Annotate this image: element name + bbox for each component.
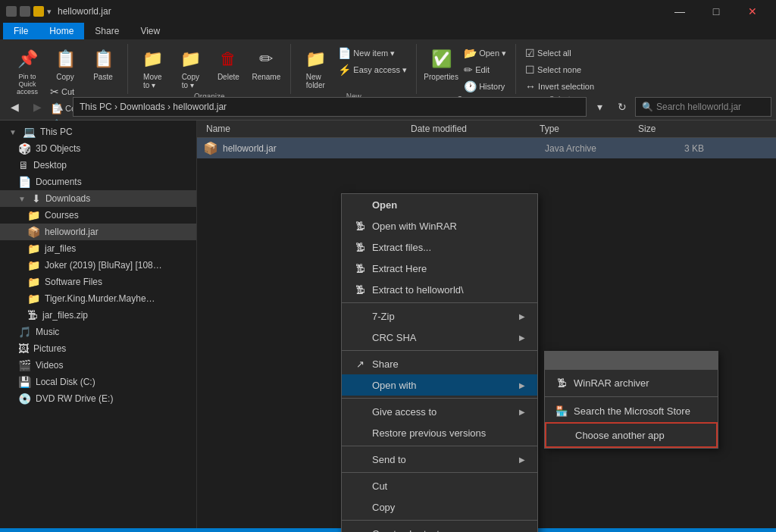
col-header-date[interactable]: Date modified xyxy=(408,124,537,134)
edit-icon: ✏ xyxy=(464,64,473,76)
select-none-button[interactable]: ☐ Select none xyxy=(522,62,584,77)
search-box[interactable]: 🔍 Search helloworld.jar xyxy=(635,97,771,117)
new-item-button[interactable]: 📄 New item ▾ xyxy=(335,45,410,61)
context-menu-share[interactable]: ↗ Share xyxy=(342,353,537,374)
invert-icon: ↔ xyxy=(525,80,536,92)
open-winrar-label: Open with WinRAR xyxy=(372,221,457,232)
col-header-size[interactable]: Size xyxy=(635,124,696,134)
context-menu-copy[interactable]: Copy xyxy=(342,496,537,518)
sidebar-item-jar-zip[interactable]: 🗜 jar_files.zip xyxy=(0,307,196,324)
context-menu-create-shortcut[interactable]: Create shortcut xyxy=(342,523,537,532)
maximize-button[interactable]: □ xyxy=(699,0,734,23)
select-all-button[interactable]: ☑ Select all xyxy=(522,45,574,61)
context-menu-open[interactable]: Open xyxy=(342,194,537,215)
give-access-icon xyxy=(354,405,366,418)
context-menu-extract-to[interactable]: 🗜 Extract to helloworld\ xyxy=(342,279,537,300)
context-menu-give-access[interactable]: Give access to ▶ xyxy=(342,401,537,422)
title-icon-2 xyxy=(20,6,30,17)
sidebar-item-3d-objects[interactable]: 🎲 3D Objects xyxy=(0,140,196,157)
context-menu-extract-files[interactable]: 🗜 Extract files... xyxy=(342,236,537,258)
sidebar-item-tiger-king[interactable]: 📁 Tiger.King.Murder.Mayhe… xyxy=(0,290,196,307)
easy-access-icon: ⚡ xyxy=(338,64,351,76)
close-button[interactable]: ✕ xyxy=(735,0,770,23)
sidebar-item-desktop[interactable]: 🖥 Desktop xyxy=(0,157,196,174)
select-all-icon: ☑ xyxy=(525,47,535,59)
delete-button[interactable]: 🗑 Delete xyxy=(210,45,246,83)
context-menu-open-winrar[interactable]: 🗜 Open with WinRAR xyxy=(342,215,537,236)
context-menu-cut[interactable]: Cut xyxy=(342,475,537,496)
tiger-king-label: Tiger.King.Murder.Mayhe… xyxy=(45,293,155,304)
sidebar-item-jar-files[interactable]: 📁 jar_files xyxy=(0,240,196,257)
up-button[interactable]: ▲ xyxy=(50,97,70,117)
context-menu-restore-versions[interactable]: Restore previous versions xyxy=(342,422,537,443)
forward-button[interactable]: ▶ xyxy=(27,97,47,117)
open-button[interactable]: 📂 Open ▾ xyxy=(461,45,509,61)
submenu-ms-store[interactable]: 🏪 Search the Microsoft Store xyxy=(545,399,718,422)
dropdown-button[interactable]: ▾ xyxy=(590,97,609,117)
title-icon-1 xyxy=(6,6,17,17)
sidebar-item-dvd-drive[interactable]: 💿 DVD RW Drive (E:) xyxy=(0,390,196,407)
jar-files-icon: 📁 xyxy=(27,243,40,255)
paste-button[interactable]: 📋 Paste xyxy=(85,45,121,83)
context-menu-open-with[interactable]: Open with ▶ xyxy=(342,374,537,396)
address-path[interactable]: This PC › Downloads › helloworld.jar xyxy=(73,97,587,117)
sidebar-item-joker[interactable]: 📁 Joker (2019) [BluRay] [108… xyxy=(0,257,196,274)
sidebar-item-pictures[interactable]: 🖼 Pictures xyxy=(0,340,196,357)
refresh-button[interactable]: ↻ xyxy=(612,97,632,117)
title-bar-icons: ▾ xyxy=(6,6,52,17)
sidebar-item-this-pc[interactable]: ▼ 💻 This PC xyxy=(0,124,196,140)
7zip-label: 7-Zip xyxy=(372,311,395,322)
easy-access-button[interactable]: ⚡ Easy access ▾ xyxy=(335,62,410,77)
pin-to-quick-access-button[interactable]: 📌 Pin to Quickaccess xyxy=(9,45,45,97)
file-item-type: Java Archive xyxy=(545,143,643,154)
extract-here-icon: 🗜 xyxy=(354,262,366,274)
col-header-name[interactable]: Name xyxy=(203,124,408,134)
history-icon: 🕐 xyxy=(464,80,477,92)
invert-selection-button[interactable]: ↔ Invert selection xyxy=(522,79,597,94)
copy-button[interactable]: 📋 Copy xyxy=(47,45,83,83)
context-menu-send-to[interactable]: Send to ▶ xyxy=(342,449,537,470)
share-icon: ↗ xyxy=(354,358,366,370)
context-menu-7zip[interactable]: 7-Zip ▶ xyxy=(342,305,537,327)
minimize-button[interactable]: — xyxy=(662,0,697,23)
joker-icon: 📁 xyxy=(27,259,40,271)
edit-ribbon-button[interactable]: ✏ Edit xyxy=(461,62,509,77)
file-item-helloworld[interactable]: 📦 helloworld.jar Java Archive 3 KB xyxy=(197,138,776,158)
title-bar: ▾ helloworld.jar — □ ✕ xyxy=(0,0,776,23)
tab-home[interactable]: Home xyxy=(39,23,84,39)
back-button[interactable]: ◀ xyxy=(5,97,24,117)
context-menu-crc-sha[interactable]: CRC SHA ▶ xyxy=(342,327,537,348)
sidebar-item-videos[interactable]: 🎬 Videos xyxy=(0,357,196,374)
sidebar-item-music[interactable]: 🎵 Music xyxy=(0,324,196,340)
sidebar: ▼ 💻 This PC 🎲 3D Objects 🖥 Desktop 📄 Doc… xyxy=(0,120,197,528)
rename-button[interactable]: ✏ Rename xyxy=(248,45,284,83)
extract-here-label: Extract Here xyxy=(372,263,427,274)
open-with-icon xyxy=(354,379,366,391)
sidebar-item-software-files[interactable]: 📁 Software Files xyxy=(0,274,196,290)
context-menu-extract-here[interactable]: 🗜 Extract Here xyxy=(342,258,537,279)
send-to-label: Send to xyxy=(372,454,406,465)
tab-file[interactable]: File xyxy=(3,23,39,39)
submenu-winrar[interactable]: 🗜 WinRAR archiver xyxy=(545,371,718,394)
crc-sha-label: CRC SHA xyxy=(372,332,417,343)
copy-to-button[interactable]: 📁 Copyto ▾ xyxy=(172,45,208,91)
sidebar-item-helloworld[interactable]: 📦 helloworld.jar xyxy=(0,224,196,240)
sidebar-item-downloads[interactable]: ▼ ⬇ Downloads xyxy=(0,190,196,207)
tab-view[interactable]: View xyxy=(130,23,171,39)
separator-5 xyxy=(342,472,537,473)
new-folder-button[interactable]: 📁 Newfolder xyxy=(297,45,333,91)
sidebar-item-local-disk[interactable]: 💾 Local Disk (C:) xyxy=(0,374,196,390)
3d-objects-label: 3D Objects xyxy=(36,143,80,154)
properties-button[interactable]: ✅ Properties xyxy=(423,45,459,83)
sidebar-item-documents[interactable]: 📄 Documents xyxy=(0,174,196,190)
history-button[interactable]: 🕐 History xyxy=(461,79,509,94)
tab-share[interactable]: Share xyxy=(84,23,130,39)
col-header-type[interactable]: Type xyxy=(537,124,635,134)
sidebar-item-courses[interactable]: 📁 Courses xyxy=(0,207,196,224)
copy-label: Copy xyxy=(372,502,395,513)
paste-icon: 📋 xyxy=(91,47,115,71)
local-disk-icon: 💾 xyxy=(18,376,31,388)
submenu-choose-app[interactable]: Choose another app xyxy=(545,422,718,448)
downloads-expand-icon: ▼ xyxy=(18,195,26,203)
move-to-button[interactable]: 📁 Moveto ▾ xyxy=(134,45,171,91)
